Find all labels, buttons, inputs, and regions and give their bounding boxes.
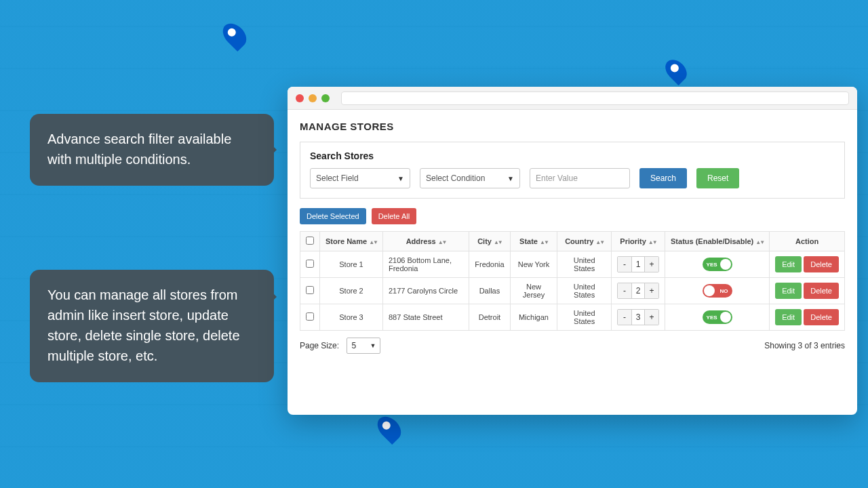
stepper-minus[interactable]: -	[618, 310, 631, 325]
cell-store-name: Store 3	[320, 304, 383, 331]
select-field-dropdown[interactable]: Select Field ▼	[310, 168, 410, 188]
edit-button[interactable]: Edit	[775, 283, 802, 299]
delete-button[interactable]: Delete	[804, 283, 839, 299]
cell-action: Edit Delete	[770, 251, 845, 278]
header-city[interactable]: City▲▼	[469, 232, 510, 251]
priority-stepper[interactable]: -3+	[617, 309, 659, 325]
bulk-actions: Delete Selected Delete All	[300, 208, 845, 224]
table-row: Store 12106 Bottom Lane, FredoniaFredoni…	[300, 251, 845, 278]
cell-priority: -2+	[612, 278, 665, 304]
url-bar[interactable]	[341, 92, 849, 105]
stepper-minus[interactable]: -	[618, 257, 631, 272]
stepper-plus[interactable]: +	[645, 257, 658, 272]
value-placeholder: Enter Value	[536, 174, 578, 183]
cell-priority: -3+	[612, 304, 665, 331]
cell-action: Edit Delete	[770, 278, 845, 304]
search-button[interactable]: Search	[639, 168, 687, 188]
select-condition-label: Select Condition	[426, 174, 485, 183]
callout-manage-stores: You can manage all stores from admin lik…	[30, 270, 274, 382]
delete-button[interactable]: Delete	[804, 309, 839, 325]
table-header-row: Store Name▲▼ Address▲▼ City▲▼ State▲▼ Co…	[300, 232, 845, 251]
app-window: MANAGE STORES Search Stores Select Field…	[288, 87, 857, 415]
select-condition-dropdown[interactable]: Select Condition ▼	[420, 168, 520, 188]
header-status[interactable]: Status (Enable/Disable)▲▼	[665, 232, 770, 251]
cell-address: 887 State Street	[382, 304, 469, 331]
cell-status: NO	[665, 278, 770, 304]
header-action: Action	[770, 232, 845, 251]
page-size-label: Page Size:	[300, 341, 339, 350]
page-size-value: 5	[351, 341, 356, 350]
cell-city: Dallas	[469, 278, 510, 304]
search-heading: Search Stores	[310, 150, 835, 161]
cell-address: 2177 Carolyns Circle	[382, 278, 469, 304]
chevron-down-icon: ▼	[507, 175, 514, 182]
table-row: Store 3887 State StreetDetroitMichiganUn…	[300, 304, 845, 331]
select-field-label: Select Field	[316, 174, 359, 183]
header-country[interactable]: Country▲▼	[557, 232, 612, 251]
cell-country: United States	[557, 278, 612, 304]
cell-status: YES	[665, 251, 770, 278]
cell-country: United States	[557, 304, 612, 331]
cell-country: United States	[557, 251, 612, 278]
status-toggle[interactable]: NO	[703, 284, 732, 298]
row-checkbox[interactable]	[306, 312, 314, 321]
header-priority[interactable]: Priority▲▼	[612, 232, 665, 251]
edit-button[interactable]: Edit	[775, 256, 802, 272]
callout-text: You can manage all stores from admin lik…	[47, 287, 240, 363]
sort-icon: ▲▼	[648, 239, 656, 245]
stepper-plus[interactable]: +	[645, 310, 658, 325]
sort-icon: ▲▼	[494, 239, 502, 245]
cell-state: Michigan	[510, 304, 557, 331]
close-icon[interactable]	[296, 94, 304, 102]
stepper-value: 3	[631, 310, 645, 325]
delete-button[interactable]: Delete	[804, 256, 839, 272]
sort-icon: ▲▼	[540, 239, 548, 245]
row-checkbox[interactable]	[306, 260, 314, 268]
delete-all-button[interactable]: Delete All	[372, 208, 416, 224]
priority-stepper[interactable]: -1+	[617, 256, 659, 272]
header-checkbox	[300, 232, 320, 251]
cell-status: YES	[665, 304, 770, 331]
sort-icon: ▲▼	[369, 239, 377, 245]
page-title: MANAGE STORES	[300, 121, 845, 132]
entries-text: Showing 3 of 3 entries	[764, 341, 845, 350]
sort-icon: ▲▼	[595, 239, 604, 245]
cell-store-name: Store 1	[320, 251, 383, 278]
stepper-plus[interactable]: +	[645, 283, 658, 298]
status-toggle[interactable]: YES	[703, 258, 732, 271]
stepper-value: 2	[631, 283, 645, 298]
callout-text: Advance search filter available with mul…	[47, 131, 231, 167]
status-toggle[interactable]: YES	[703, 310, 732, 324]
header-state[interactable]: State▲▼	[510, 232, 557, 251]
edit-button[interactable]: Edit	[775, 309, 802, 325]
page-content: MANAGE STORES Search Stores Select Field…	[288, 110, 857, 415]
cell-store-name: Store 2	[320, 278, 383, 304]
row-checkbox[interactable]	[306, 286, 314, 294]
minimize-icon[interactable]	[309, 94, 317, 102]
stores-table: Store Name▲▼ Address▲▼ City▲▼ State▲▼ Co…	[300, 231, 845, 331]
search-panel: Search Stores Select Field ▼ Select Cond…	[300, 142, 845, 199]
delete-selected-button[interactable]: Delete Selected	[300, 208, 366, 224]
cell-action: Edit Delete	[770, 304, 845, 331]
window-titlebar	[288, 87, 857, 110]
stepper-value: 1	[631, 257, 645, 272]
callout-search-filter: Advance search filter available with mul…	[30, 114, 274, 186]
maximize-icon[interactable]	[321, 94, 330, 102]
priority-stepper[interactable]: -2+	[617, 283, 659, 299]
cell-city: Fredonia	[469, 251, 510, 278]
cell-city: Detroit	[469, 304, 510, 331]
cell-address: 2106 Bottom Lane, Fredonia	[382, 251, 469, 278]
header-address[interactable]: Address▲▼	[382, 232, 469, 251]
select-all-checkbox[interactable]	[306, 237, 314, 245]
reset-button[interactable]: Reset	[696, 168, 739, 188]
cell-state: New York	[510, 251, 557, 278]
sort-icon: ▲▼	[755, 239, 764, 245]
stepper-minus[interactable]: -	[618, 283, 631, 298]
cell-priority: -1+	[612, 251, 665, 278]
page-size-control: Page Size: 5 ▼	[300, 338, 380, 354]
search-row: Select Field ▼ Select Condition ▼ Enter …	[310, 168, 835, 188]
value-input[interactable]: Enter Value	[530, 168, 630, 188]
header-store-name[interactable]: Store Name▲▼	[320, 232, 383, 251]
cell-state: New Jersey	[510, 278, 557, 304]
page-size-select[interactable]: 5 ▼	[347, 338, 380, 354]
